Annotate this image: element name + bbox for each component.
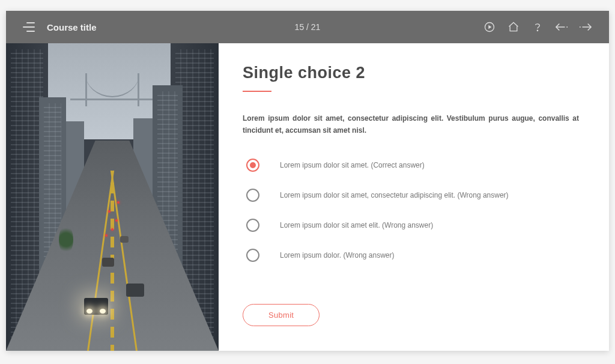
- option-label: Lorem ipsum dolor. (Wrong answer): [280, 251, 395, 259]
- radio-icon: [246, 189, 259, 202]
- radio-icon: [246, 249, 259, 262]
- next-arrow-icon[interactable]: [579, 20, 592, 34]
- option-4[interactable]: Lorem ipsum dolor. (Wrong answer): [246, 249, 579, 262]
- course-player: Course title 15 / 21: [6, 11, 609, 351]
- radio-icon: [246, 219, 259, 232]
- svg-marker-1: [488, 25, 491, 29]
- slide-image: [6, 43, 219, 351]
- radio-icon: [246, 159, 259, 172]
- question-body: Lorem ipsum dolor sit amet, consectetur …: [243, 112, 579, 137]
- slide-progress: 15 / 21: [295, 22, 321, 32]
- submit-button[interactable]: Submit: [243, 304, 320, 326]
- question-panel: Single choice 2 Lorem ipsum dolor sit am…: [219, 43, 609, 351]
- content-area: Single choice 2 Lorem ipsum dolor sit am…: [6, 43, 609, 351]
- replay-icon[interactable]: [483, 20, 496, 34]
- svg-point-4: [580, 26, 581, 28]
- header-bar: Course title 15 / 21: [6, 11, 609, 43]
- menu-icon[interactable]: [23, 22, 35, 32]
- option-3[interactable]: Lorem ipsum dolor sit amet elit. (Wrong …: [246, 219, 579, 232]
- option-label: Lorem ipsum dolor sit amet. (Correct ans…: [280, 161, 425, 169]
- title-underline: [243, 91, 271, 92]
- option-2[interactable]: Lorem ipsum dolor sit amet, consectetur …: [246, 189, 579, 202]
- option-label: Lorem ipsum dolor sit amet elit. (Wrong …: [280, 221, 433, 229]
- header-left: Course title: [23, 22, 295, 32]
- prev-arrow-icon[interactable]: [555, 20, 568, 34]
- options-list: Lorem ipsum dolor sit amet. (Correct ans…: [243, 159, 579, 262]
- header-actions: [320, 20, 592, 34]
- help-icon[interactable]: [531, 20, 544, 34]
- home-icon[interactable]: [507, 20, 520, 34]
- svg-point-3: [566, 26, 568, 28]
- option-label: Lorem ipsum dolor sit amet, consectetur …: [280, 191, 509, 199]
- course-title: Course title: [47, 22, 97, 32]
- option-1[interactable]: Lorem ipsum dolor sit amet. (Correct ans…: [246, 159, 579, 172]
- svg-point-2: [537, 30, 538, 31]
- question-title: Single choice 2: [243, 64, 579, 82]
